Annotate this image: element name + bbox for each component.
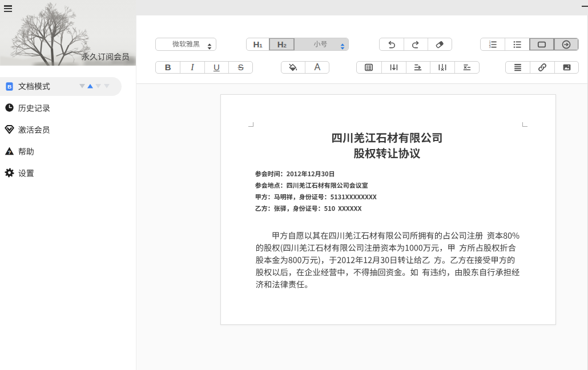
svg-text:3: 3 [489,45,491,49]
svg-text:?: ? [8,149,11,155]
svg-text:B: B [7,83,11,90]
